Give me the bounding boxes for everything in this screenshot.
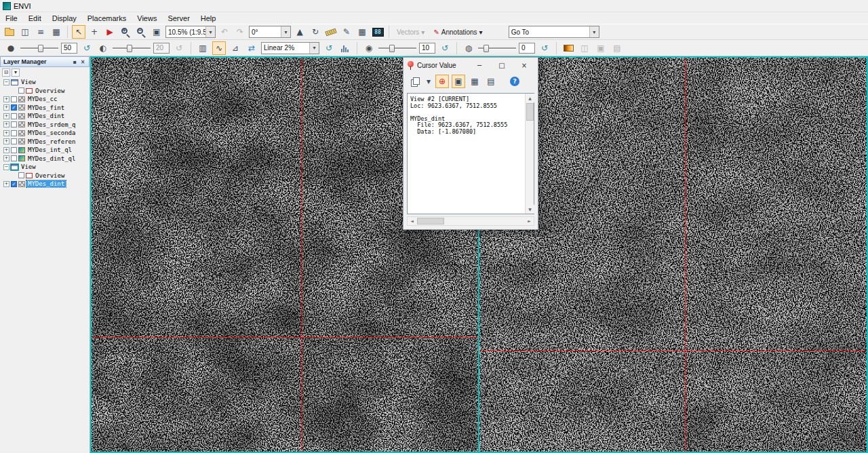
- layer-label[interactable]: MYDes_fint: [26, 104, 66, 111]
- link-displays-button[interactable]: ◫: [578, 41, 591, 55]
- collapse-expander-icon[interactable]: −: [3, 79, 9, 85]
- select-arrow-button[interactable]: ↖: [72, 25, 85, 39]
- tree-row-mydes-dint[interactable]: + MYDes_dint: [0, 112, 90, 121]
- open-file-button[interactable]: [3, 25, 16, 39]
- stretch-combobox[interactable]: Linear 2% ▾: [261, 42, 319, 54]
- menu-help[interactable]: Help: [195, 14, 222, 23]
- selected-layer-label[interactable]: MYDes_dint: [26, 180, 66, 187]
- tree-row-view-1[interactable]: − View: [0, 78, 90, 87]
- expand-expander-icon[interactable]: +: [3, 138, 9, 144]
- menu-views[interactable]: Views: [132, 14, 162, 23]
- tree-row-mydes-srdem[interactable]: + MYDes_srdem_q: [0, 121, 90, 130]
- vertical-scroll-thumb[interactable]: [526, 103, 534, 121]
- layer-checkbox[interactable]: [11, 96, 17, 102]
- zoom-combobox[interactable]: 10.5% (1:9.5. ▾: [165, 26, 216, 38]
- layer-checkbox[interactable]: [11, 121, 17, 127]
- sharpen-value-box[interactable]: 10: [419, 43, 435, 54]
- chip-view-button[interactable]: ▦: [50, 25, 63, 39]
- scroll-down-icon[interactable]: ▼: [526, 205, 534, 214]
- transparency-slider-thumb[interactable]: [484, 45, 489, 52]
- chevron-down-icon[interactable]: ▾: [205, 26, 215, 37]
- menu-display[interactable]: Display: [47, 14, 82, 23]
- transparency-reset-button[interactable]: ↺: [538, 41, 551, 55]
- layer-checkbox[interactable]: [18, 87, 24, 94]
- scroll-up-icon[interactable]: ▲: [526, 94, 534, 102]
- zoom-out-button[interactable]: −: [134, 25, 148, 39]
- show-map-info-button[interactable]: ▤: [484, 75, 498, 88]
- show-all-bands-button[interactable]: ▦: [468, 75, 481, 88]
- next-view-button[interactable]: ↷: [233, 25, 247, 39]
- expand-expander-icon[interactable]: +: [3, 181, 9, 187]
- layer-checkbox[interactable]: [11, 138, 17, 144]
- sharpen-slider-thumb[interactable]: [389, 45, 395, 52]
- collapse-all-icon[interactable]: ⊟: [2, 68, 10, 77]
- layer-label[interactable]: Overview: [34, 87, 66, 94]
- layer-label[interactable]: View: [20, 79, 37, 85]
- tree-row-overview-1[interactable]: Overview: [0, 87, 90, 96]
- tree-row-overview-2[interactable]: Overview: [0, 172, 90, 180]
- cursor-value-dialog[interactable]: Cursor Value ─ □ × ▾ ⊕ ▣ ▦ ▤ ? View #2 […: [403, 57, 538, 230]
- minimize-button[interactable]: ─: [470, 59, 489, 71]
- tree-row-mydes-fint[interactable]: + ✓ MYDes_fint: [0, 104, 90, 113]
- layer-label[interactable]: MYDes_dint_ql: [26, 155, 77, 162]
- fixed-zoom-button[interactable]: ▣: [150, 25, 163, 39]
- snapshot-button[interactable]: ▣: [594, 41, 608, 55]
- layer-label[interactable]: MYDes_seconda: [26, 130, 77, 136]
- color-table-button[interactable]: [561, 41, 575, 55]
- pixel-grid-button[interactable]: ▦: [355, 25, 369, 39]
- transparency-value-box[interactable]: 0: [519, 43, 535, 54]
- tree-row-mydes-referen[interactable]: + MYDes_referen: [0, 138, 90, 146]
- annotation-tool-button[interactable]: ✎: [340, 25, 353, 39]
- tree-row-mydes-int-ql[interactable]: + MYDes_int_ql: [0, 146, 90, 155]
- copy-button[interactable]: [408, 75, 422, 88]
- vertical-scrollbar[interactable]: ▲ ▼: [525, 94, 534, 214]
- tree-row-view-2[interactable]: − View: [0, 163, 90, 172]
- linear-stretch-button[interactable]: ∿: [212, 41, 226, 55]
- tree-row-mydes-dint-ql[interactable]: + MYDes_dint_ql: [0, 155, 90, 163]
- cursor-value-title-bar[interactable]: Cursor Value ─ □ ×: [403, 58, 538, 73]
- layer-options-icon[interactable]: ▾: [12, 68, 20, 77]
- expand-expander-icon[interactable]: +: [3, 147, 9, 153]
- layer-label[interactable]: View: [20, 163, 37, 170]
- histogram-stretch-button[interactable]: [338, 41, 352, 55]
- tree-row-mydes-dint-selected[interactable]: + ✓ MYDes_dint: [0, 180, 90, 189]
- tree-row-mydes-seconda[interactable]: + MYDes_seconda: [0, 129, 90, 138]
- chevron-down-icon[interactable]: ▾: [309, 43, 319, 54]
- brightness-value-box[interactable]: 50: [61, 43, 77, 54]
- close-button[interactable]: ×: [515, 59, 534, 71]
- equalize-stretch-button[interactable]: ⊿: [229, 41, 242, 55]
- layer-checkbox[interactable]: [11, 113, 17, 119]
- sharpen-reset-button[interactable]: ↺: [438, 41, 452, 55]
- layer-label[interactable]: MYDes_int_ql: [26, 146, 73, 153]
- contrast-value-box[interactable]: 20: [153, 43, 170, 54]
- brightness-slider-thumb[interactable]: [38, 45, 43, 52]
- transparency-slider[interactable]: [478, 43, 516, 54]
- expand-expander-icon[interactable]: +: [3, 96, 9, 102]
- expand-expander-icon[interactable]: +: [3, 155, 9, 161]
- menu-edit[interactable]: Edit: [23, 14, 47, 23]
- arrange-views-button[interactable]: ▤: [610, 41, 624, 55]
- horizontal-scroll-thumb[interactable]: [417, 218, 444, 224]
- contrast-slider-thumb[interactable]: [127, 45, 132, 52]
- layer-label[interactable]: MYDes_referen: [26, 138, 77, 145]
- expand-expander-icon[interactable]: +: [3, 113, 9, 119]
- pan-hand-button[interactable]: +: [87, 25, 101, 39]
- layer-checkbox[interactable]: [18, 172, 24, 178]
- expand-expander-icon[interactable]: +: [3, 130, 9, 136]
- scroll-left-icon[interactable]: ◄: [408, 217, 416, 225]
- goto-combobox[interactable]: Go To ▾: [509, 26, 599, 38]
- link-displays-toggle-button[interactable]: ▣: [452, 75, 465, 88]
- menu-server[interactable]: Server: [162, 14, 195, 23]
- layer-label[interactable]: Overview: [34, 172, 66, 179]
- north-arrow-button[interactable]: ▲: [293, 25, 307, 39]
- cursor-value-button[interactable]: 88: [371, 25, 384, 39]
- layer-label[interactable]: MYDes_srdem_q: [26, 121, 77, 128]
- rotate-view-button[interactable]: ↻: [309, 25, 322, 39]
- layer-manager-header[interactable]: Layer Manager ▪ ×: [0, 56, 90, 67]
- zoom-in-button[interactable]: +: [119, 25, 132, 39]
- chevron-down-icon[interactable]: ▾: [281, 26, 290, 37]
- layer-checkbox-checked[interactable]: ✓: [11, 104, 17, 111]
- copy-options-arrow[interactable]: ▾: [425, 75, 433, 88]
- panel-pin-icon[interactable]: ▪: [71, 59, 78, 65]
- panel-close-icon[interactable]: ×: [79, 59, 86, 65]
